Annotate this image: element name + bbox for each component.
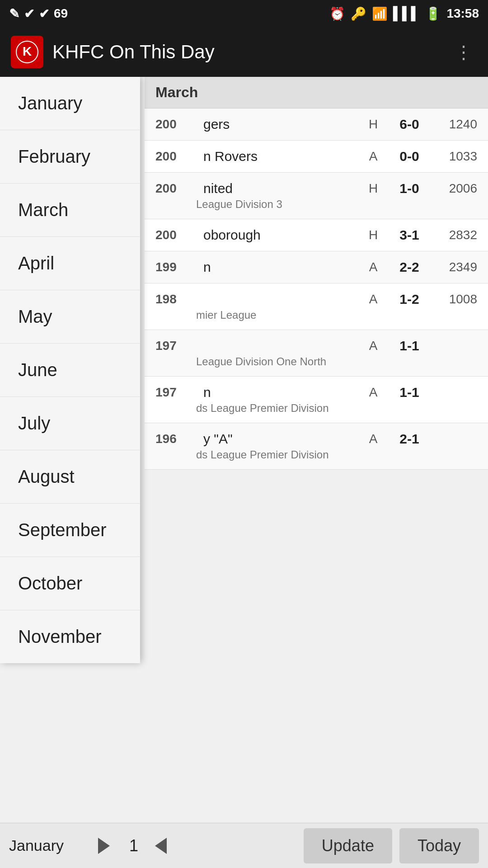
match-opponent: n Rovers xyxy=(196,149,360,164)
match-year: 197 xyxy=(155,385,196,400)
march-header: March xyxy=(145,77,488,108)
match-venue: H xyxy=(360,117,387,132)
match-score: 2-1 xyxy=(387,431,432,447)
match-year: 197 xyxy=(155,339,196,353)
day-selector: 1 xyxy=(120,836,296,855)
match-score: 3-1 xyxy=(387,227,432,243)
arrow-left-icon xyxy=(98,838,110,854)
match-year: 196 xyxy=(155,432,196,446)
selected-month-label: January xyxy=(9,837,90,854)
notification-count: 69 xyxy=(54,6,68,21)
today-button[interactable]: Today xyxy=(399,828,479,863)
dropdown-item-august[interactable]: August xyxy=(0,450,140,504)
match-competition: League Division One North xyxy=(155,355,477,368)
main-content: March 200 gers H 6-0 1240 200 n Rovers A… xyxy=(0,77,488,823)
match-attendance: 2832 xyxy=(432,228,477,242)
match-competition: ds League Premier Division xyxy=(155,402,477,415)
svg-text:K: K xyxy=(23,44,32,58)
match-score: 0-0 xyxy=(387,149,432,164)
dropdown-item-september[interactable]: September xyxy=(0,504,140,557)
match-attendance: 2006 xyxy=(432,181,477,196)
dropdown-item-march[interactable]: March xyxy=(0,184,140,237)
match-opponent: y "A" xyxy=(196,431,360,447)
match-year: 199 xyxy=(155,260,196,274)
signal-icon: ▌▌▌ xyxy=(393,6,420,21)
table-row: 197 n A 1-1 ds League Premier Division xyxy=(145,377,488,423)
table-row: 198 A 1-2 1008 mier League xyxy=(145,283,488,330)
dropdown-item-october[interactable]: October xyxy=(0,557,140,610)
match-venue: A xyxy=(360,149,387,164)
app-logo: K xyxy=(11,36,43,68)
match-opponent: oborough xyxy=(196,227,360,243)
match-score: 1-1 xyxy=(387,385,432,400)
bottom-bar: January 1 Update Today xyxy=(0,823,488,868)
app-bar: K KHFC On This Day ⋮ xyxy=(0,27,488,77)
alarm-icon: ⏰ xyxy=(329,6,345,21)
match-venue: H xyxy=(360,228,387,242)
match-venue: A xyxy=(360,292,387,307)
month-left-arrow[interactable] xyxy=(95,837,113,855)
overflow-menu-icon[interactable]: ⋮ xyxy=(450,37,477,67)
dropdown-item-february[interactable]: February xyxy=(0,130,140,184)
dropdown-item-may[interactable]: May xyxy=(0,290,140,344)
match-venue: A xyxy=(360,432,387,446)
day-right-arrow[interactable] xyxy=(152,837,170,855)
dropdown-item-july[interactable]: July xyxy=(0,397,140,450)
status-right: ⏰ 🔑 📶 ▌▌▌ 🔋 13:58 xyxy=(329,6,479,21)
update-button[interactable]: Update xyxy=(304,828,392,863)
match-year: 200 xyxy=(155,149,196,164)
arrow-right-icon xyxy=(155,838,167,854)
match-competition: mier League xyxy=(155,309,477,321)
match-venue: A xyxy=(360,339,387,353)
table-row: 200 n Rovers A 0-0 1033 xyxy=(145,141,488,173)
match-venue: H xyxy=(360,181,387,196)
match-year: 200 xyxy=(155,117,196,132)
dropdown-item-november[interactable]: November xyxy=(0,610,140,663)
status-bar: ✎ ✔ ✔ 69 ⏰ 🔑 📶 ▌▌▌ 🔋 13:58 xyxy=(0,0,488,27)
match-score: 1-0 xyxy=(387,181,432,196)
match-attendance: 1008 xyxy=(432,292,477,307)
table-row: 196 y "A" A 2-1 ds League Premier Divisi… xyxy=(145,423,488,470)
match-year: 200 xyxy=(155,181,196,196)
match-year: 200 xyxy=(155,228,196,242)
match-score: 1-2 xyxy=(387,292,432,307)
dropdown-item-april[interactable]: April xyxy=(0,237,140,290)
table-row: 199 n A 2-2 2349 xyxy=(145,251,488,283)
match-opponent: nited xyxy=(196,181,360,196)
match-opponent: n xyxy=(196,259,360,275)
status-left: ✎ ✔ ✔ 69 xyxy=(9,6,68,21)
match-competition: ds League Premier Division xyxy=(155,448,477,461)
match-attendance: 1240 xyxy=(432,117,477,132)
match-attendance: 2349 xyxy=(432,260,477,274)
month-selector: January xyxy=(9,837,113,855)
table-row: 200 nited H 1-0 2006 League Division 3 xyxy=(145,173,488,219)
table-row: 197 A 1-1 League Division One North xyxy=(145,330,488,377)
battery-icon: 🔋 xyxy=(425,6,441,21)
match-venue: A xyxy=(360,385,387,400)
check-icon-1: ✔ xyxy=(24,6,34,21)
dropdown-item-january[interactable]: January xyxy=(0,77,140,130)
month-dropdown: January February March April May June Ju… xyxy=(0,77,140,663)
match-year: 198 xyxy=(155,292,196,307)
wifi-icon: 📶 xyxy=(372,6,388,21)
match-opponent: gers xyxy=(196,117,360,132)
dropdown-item-june[interactable]: June xyxy=(0,344,140,397)
match-competition: League Division 3 xyxy=(155,198,477,211)
key-icon: 🔑 xyxy=(351,6,366,21)
match-opponent: n xyxy=(196,385,360,400)
table-row: 200 gers H 6-0 1240 xyxy=(145,108,488,141)
app-title: KHFC On This Day xyxy=(52,41,441,63)
match-venue: A xyxy=(360,260,387,274)
match-score: 6-0 xyxy=(387,117,432,132)
match-score: 2-2 xyxy=(387,259,432,275)
selected-day-label: 1 xyxy=(120,836,147,855)
clock-time: 13:58 xyxy=(446,6,479,21)
match-score: 1-1 xyxy=(387,338,432,354)
edit-icon: ✎ xyxy=(9,6,19,21)
check-icon-2: ✔ xyxy=(39,6,49,21)
match-attendance: 1033 xyxy=(432,149,477,164)
table-row: 200 oborough H 3-1 2832 xyxy=(145,219,488,251)
